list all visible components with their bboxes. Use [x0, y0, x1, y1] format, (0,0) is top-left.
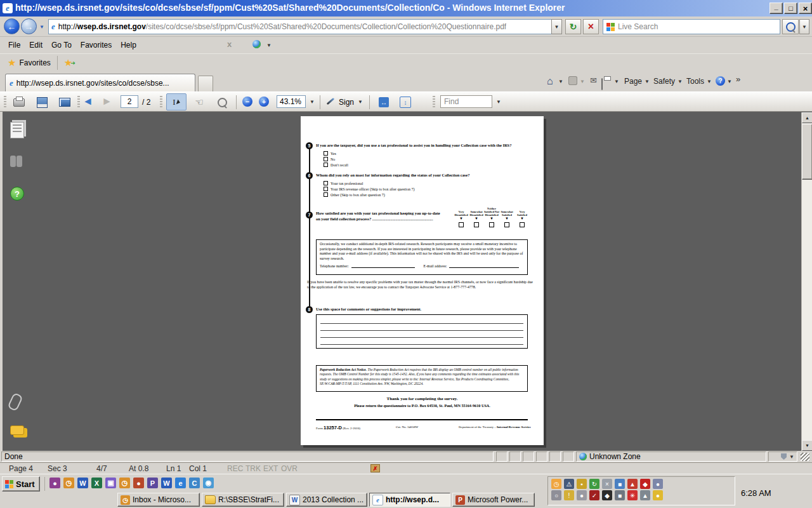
- home-icon[interactable]: ⌂: [547, 76, 553, 87]
- task-button-inbox[interactable]: ◷ Inbox - Microso...: [117, 493, 200, 507]
- next-page-button[interactable]: ►: [102, 95, 112, 108]
- ql-outlook-icon[interactable]: ◷: [63, 478, 74, 488]
- help-icon[interactable]: ?: [716, 76, 725, 86]
- pdf-email-button[interactable]: [56, 94, 74, 110]
- protected-mode-pane[interactable]: ▼: [768, 451, 797, 462]
- fit-width-button[interactable]: ↔: [376, 94, 392, 110]
- tray-display-icon[interactable]: ■: [615, 490, 625, 500]
- task-button-word[interactable]: W 2013 Collection ...: [286, 493, 367, 507]
- scroll-down-button[interactable]: ▼: [802, 440, 812, 451]
- scrollbar-thumb[interactable]: [802, 124, 812, 180]
- ql-outlook-express-icon[interactable]: C: [189, 478, 200, 488]
- page-thumbnails-icon[interactable]: [10, 122, 24, 138]
- tray-alert-icon[interactable]: ▲: [627, 479, 638, 489]
- feeds-dropdown[interactable]: ▼: [580, 79, 585, 84]
- tray-satellite-icon[interactable]: ▲: [640, 490, 650, 500]
- ql-ie-icon[interactable]: e: [175, 478, 186, 488]
- zoom-level-input[interactable]: 43.1%: [277, 95, 306, 108]
- pdf-save-button[interactable]: [33, 94, 51, 110]
- ql-communicator-icon[interactable]: ●: [49, 478, 60, 488]
- tray-lock-icon[interactable]: ▪: [577, 479, 587, 489]
- menu-help[interactable]: Help: [116, 39, 141, 51]
- stop-button[interactable]: ×: [583, 19, 599, 34]
- favorites-button[interactable]: Favorites: [19, 58, 50, 67]
- task-button-ie-active[interactable]: e http://wsep.d...: [369, 493, 450, 507]
- home-dropdown[interactable]: ▼: [558, 79, 563, 84]
- attachments-paperclip-icon[interactable]: [7, 392, 23, 411]
- tray-mouse-icon[interactable]: ●: [577, 490, 587, 500]
- tab-current[interactable]: e http://wsep.ds.irsnet.gov/sites/co/dcs…: [5, 74, 195, 91]
- zoom-out-button[interactable]: −: [242, 97, 252, 107]
- ql-publisher-icon[interactable]: P: [147, 478, 158, 488]
- address-dropdown-button[interactable]: ▼: [551, 19, 562, 34]
- ql-word2-icon[interactable]: W: [161, 478, 172, 488]
- page-menu-button[interactable]: Page: [624, 77, 642, 86]
- forward-button[interactable]: →: [21, 18, 37, 34]
- tray-volume-icon[interactable]: ○: [551, 490, 561, 500]
- sign-dropdown[interactable]: ▼: [358, 99, 363, 105]
- resize-grip[interactable]: [801, 453, 809, 461]
- scroll-up-button[interactable]: ▲: [802, 112, 812, 123]
- menu-file[interactable]: File: [4, 39, 25, 51]
- tools-menu-dropdown[interactable]: ▼: [707, 79, 712, 84]
- menu-edit[interactable]: Edit: [25, 39, 47, 51]
- zoom-in-button[interactable]: +: [259, 97, 269, 107]
- tray-antivirus-icon[interactable]: ✓: [589, 490, 599, 500]
- tray-monitor-alert-icon[interactable]: ⚠: [564, 479, 574, 489]
- comments-bubble-icon[interactable]: [10, 425, 24, 435]
- safety-menu-button[interactable]: Safety: [653, 77, 675, 86]
- print-icon[interactable]: [601, 78, 603, 90]
- ql-remote-icon[interactable]: ▣: [105, 478, 116, 488]
- page-menu-dropdown[interactable]: ▼: [645, 79, 650, 84]
- ql-msn-icon[interactable]: ◉: [203, 478, 214, 488]
- tray-sync-icon[interactable]: ↻: [589, 479, 599, 489]
- new-tab-button[interactable]: [198, 76, 213, 91]
- ql-powerpoint-icon[interactable]: ●: [133, 478, 144, 488]
- tray-gold-icon[interactable]: ◆: [602, 490, 612, 500]
- tray-flame-icon[interactable]: ◆: [640, 479, 650, 489]
- task-button-folder[interactable]: R:\SBSE\StratFi...: [202, 493, 284, 507]
- ql-calendar-icon[interactable]: ◷: [119, 478, 130, 488]
- previous-page-button[interactable]: ◄: [82, 95, 93, 108]
- bookmarks-binoculars-icon[interactable]: [10, 156, 23, 170]
- refresh-button[interactable]: ↻: [565, 19, 581, 34]
- more-commands-chevron[interactable]: »: [736, 74, 740, 84]
- zoom-dropdown[interactable]: ▼: [310, 99, 315, 105]
- search-button[interactable]: [782, 19, 799, 34]
- vertical-scrollbar[interactable]: ▲ ▼: [801, 112, 812, 451]
- reader-help-icon[interactable]: ?: [10, 187, 24, 201]
- hand-tool-button[interactable]: ☜: [190, 94, 208, 110]
- tray-launcher-icon[interactable]: ●: [653, 479, 663, 489]
- search-options-dropdown[interactable]: ▼: [799, 19, 809, 34]
- close-button[interactable]: ×: [799, 3, 812, 14]
- ql-excel-icon[interactable]: X: [91, 478, 102, 488]
- minimize-button[interactable]: _: [769, 3, 783, 14]
- tools-menu-button[interactable]: Tools: [686, 77, 704, 86]
- adobe-pdf-toolbar-icon[interactable]: [252, 40, 261, 48]
- recent-pages-dropdown[interactable]: ▼: [39, 24, 44, 30]
- ql-word-icon[interactable]: W: [77, 478, 88, 488]
- tray-clock-icon[interactable]: ◷: [551, 479, 561, 489]
- feeds-icon[interactable]: [568, 76, 577, 85]
- start-button[interactable]: Start: [2, 476, 40, 491]
- address-field[interactable]: e http://wsep.ds.irsnet.gov/sites/co/dcs…: [48, 19, 562, 34]
- print-dropdown[interactable]: ▼: [614, 79, 619, 84]
- tray-key-icon[interactable]: !: [564, 490, 574, 500]
- select-tool-button[interactable]: I: [166, 93, 187, 110]
- find-input[interactable]: Find: [440, 95, 492, 108]
- menu-favorites[interactable]: Favorites: [76, 39, 116, 51]
- safety-menu-dropdown[interactable]: ▼: [678, 79, 683, 84]
- task-button-powerpoint[interactable]: P Microsoft Power...: [452, 493, 535, 507]
- help-dropdown[interactable]: ▼: [727, 79, 732, 84]
- find-dropdown[interactable]: ▼: [496, 99, 501, 105]
- marquee-zoom-button[interactable]: [213, 94, 231, 110]
- read-mail-icon[interactable]: ✉: [590, 76, 597, 85]
- page-number-input[interactable]: 2: [121, 95, 138, 108]
- menu-goto[interactable]: Go To: [47, 39, 76, 51]
- back-button[interactable]: ←: [4, 18, 20, 34]
- tray-snowflake-icon[interactable]: ✳: [627, 490, 638, 500]
- adobe-pdf-dropdown[interactable]: ▼: [266, 43, 272, 48]
- fit-page-button[interactable]: ↕: [397, 94, 414, 110]
- tray-pc-error-icon[interactable]: ×: [602, 479, 612, 489]
- tray-badge-icon[interactable]: ●: [653, 490, 663, 500]
